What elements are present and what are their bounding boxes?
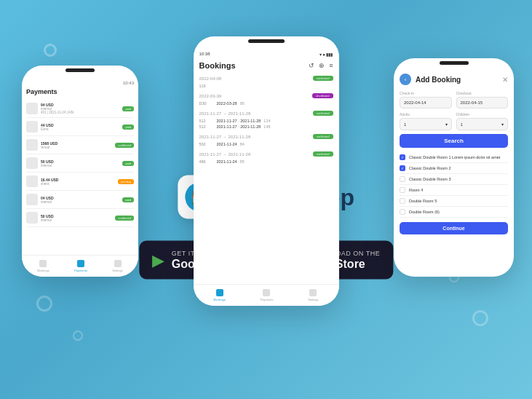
payment-icon-4	[26, 157, 38, 169]
settings-nav-icon	[114, 260, 122, 267]
checkin-input[interactable]: 2022-04-14	[400, 97, 452, 108]
adults-label: Adults	[400, 112, 452, 116]
deco-circle-4	[73, 331, 83, 341]
children-select[interactable]: 1 ▾	[456, 118, 509, 130]
back-button[interactable]: ‹	[400, 74, 411, 85]
booking-group-4: 2021-11-27 → 2021-11-28 confirmed 502 20…	[199, 134, 333, 147]
room-item-1: ✓ Classic Double Room 1 Lorem ipsum dolo…	[400, 152, 508, 163]
room-check-5[interactable]	[400, 198, 405, 204]
checkin-checkout-row: Check-in 2022-04-14 Checkout 2022-04-15	[400, 91, 508, 108]
nav-settings-center: Settings	[308, 289, 318, 301]
phone-bookings: 10:38 ▾ ● ▮▮▮ Bookings ↺ ⊕ ≡ 2022-04-08 …	[194, 36, 339, 306]
nav-payments-center: Payments	[261, 289, 274, 301]
room-item-6: Double Room (6)	[400, 207, 508, 218]
phone-notch-left	[65, 68, 95, 72]
close-button[interactable]: ✕	[502, 76, 508, 84]
filter-icon: ≡	[329, 62, 333, 69]
phone-left-nav: Bookings Payments Settings	[22, 255, 138, 277]
room-check-2[interactable]: ✓	[400, 165, 405, 171]
phone-notch-right	[440, 61, 469, 65]
nav-bookings-center: Bookings	[213, 289, 225, 301]
center-header: Bookings ↺ ⊕ ≡	[199, 61, 333, 70]
children-group: Children 1 ▾	[456, 112, 509, 130]
payments-nav-icon	[77, 260, 84, 267]
payment-icon-1	[26, 103, 38, 114]
payment-row-4: 50 USD internal paid	[26, 154, 134, 173]
add-booking-title: Add Booking	[416, 76, 461, 84]
google-play-icon: ▶	[152, 250, 164, 269]
room-check-3[interactable]	[400, 176, 405, 182]
phone-left-title: Payments	[26, 88, 134, 95]
payment-row-6: 04 USD internal paid	[26, 191, 134, 209]
payment-row-1: 94 USD internal 401 | 2021-11-24 | AIN p…	[26, 100, 134, 118]
booking-group-2: 2022-03-39 shortlisted D30 2022-03-28 95	[199, 93, 333, 106]
phone-payments: 10:43 Payments 94 USD internal 401 | 202…	[22, 66, 138, 277]
center-header-icons: ↺ ⊕ ≡	[309, 62, 333, 69]
room-item-3: Classic Double Room 3	[400, 174, 508, 185]
payment-icon-3	[26, 139, 38, 151]
phone-notch-center	[248, 39, 285, 43]
settings-center-icon	[309, 289, 317, 296]
booking-group-1: 2022-04-08 confirmed 119	[199, 76, 333, 89]
payment-icon-5	[26, 175, 38, 187]
room-check-4[interactable]	[400, 187, 405, 193]
payment-icon-6	[26, 194, 38, 205]
room-check-1[interactable]: ✓	[400, 154, 405, 160]
payments-center-icon	[263, 289, 270, 296]
search-button[interactable]: Search	[400, 134, 508, 148]
payment-row-7: 50 USD internal confirmed	[26, 209, 134, 227]
bookings-center-icon	[216, 289, 223, 296]
checkout-input[interactable]: 2022-04-15	[456, 97, 509, 108]
deco-circle-1	[44, 44, 57, 57]
adults-chevron-icon: ▾	[445, 122, 448, 127]
checkin-label: Check-in	[400, 91, 452, 95]
adults-group: Adults 1 ▾	[400, 112, 452, 130]
payment-row-3: 1568 USD virtual confirmed	[26, 136, 134, 154]
refresh-icon: ↺	[309, 62, 314, 69]
children-chevron-icon: ▾	[501, 122, 504, 127]
phone-add-booking: ‹ Add Booking ✕ Check-in 2022-04-14 Chec…	[394, 58, 514, 277]
add-booking-header: ‹ Add Booking ✕	[400, 74, 508, 85]
nav-payments-left: Payments	[74, 260, 87, 272]
nav-settings-left: Settings	[112, 260, 122, 272]
deco-circle-3	[36, 296, 52, 312]
phone-left-time: 10:43	[26, 81, 134, 85]
continue-button[interactable]: Continue	[400, 222, 508, 234]
payment-row-5: 16.44 USD check pending	[26, 173, 134, 191]
room-item-4: Room 4	[400, 185, 508, 196]
checkout-group: Checkout 2022-04-15	[456, 91, 509, 108]
add-icon: ⊕	[319, 62, 325, 69]
phone-center-nav: Bookings Payments Settings	[194, 284, 339, 306]
center-title: Bookings	[199, 61, 236, 70]
children-label: Children	[456, 112, 509, 116]
nav-bookings-left: Bookings	[37, 260, 49, 272]
booking-group-3: 2021-11-27 → 2021-11-28 confirmed 512 20…	[199, 111, 333, 130]
booking-group-5: 2021-11-27 → 2021-11-28 confirmed 486 20…	[199, 151, 333, 165]
room-item-5: Double Room 5	[400, 196, 508, 207]
payment-icon-7	[26, 212, 38, 224]
bookings-nav-icon	[39, 260, 47, 267]
payment-row-2: 44 USD Extra paid	[26, 118, 134, 136]
room-item-2: ✓ Classic Double Room 2	[400, 163, 508, 174]
room-check-6[interactable]	[400, 209, 405, 215]
center-status-bar: 10:38 ▾ ● ▮▮▮	[199, 52, 333, 57]
payment-icon-2	[26, 121, 38, 133]
deco-circle-7	[472, 310, 488, 326]
adults-select[interactable]: 1 ▾	[400, 118, 452, 130]
checkout-label: Checkout	[456, 91, 509, 95]
checkin-group: Check-in 2022-04-14	[400, 91, 452, 108]
adults-children-row: Adults 1 ▾ Children 1 ▾	[400, 112, 508, 130]
